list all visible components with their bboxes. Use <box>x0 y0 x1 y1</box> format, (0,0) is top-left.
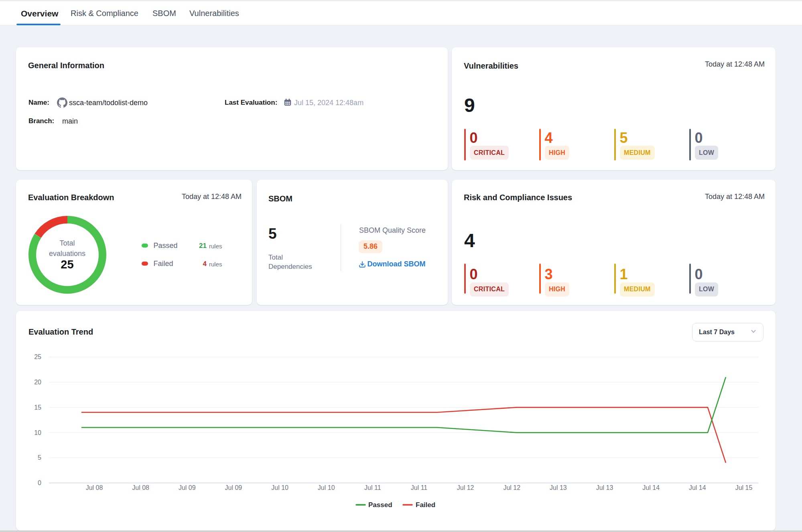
svg-text:Jul 12: Jul 12 <box>503 484 520 491</box>
svg-text:Jul 09: Jul 09 <box>225 484 242 491</box>
svg-text:Jul 11: Jul 11 <box>364 484 381 491</box>
svg-text:Jul 12: Jul 12 <box>457 484 474 491</box>
svg-text:5: 5 <box>38 454 41 461</box>
svg-text:Passed: Passed <box>368 501 392 509</box>
svg-text:25: 25 <box>34 353 41 360</box>
svg-text:20: 20 <box>34 379 41 386</box>
svg-text:Failed: Failed <box>416 501 435 509</box>
svg-text:Jul 09: Jul 09 <box>179 484 196 491</box>
svg-text:Jul 15: Jul 15 <box>735 484 753 491</box>
svg-text:Jul 10: Jul 10 <box>271 484 288 491</box>
svg-text:Jul 13: Jul 13 <box>550 484 567 491</box>
svg-text:Jul 11: Jul 11 <box>411 484 428 491</box>
svg-text:Jul 10: Jul 10 <box>318 484 335 491</box>
svg-text:0: 0 <box>38 479 41 486</box>
svg-text:Jul 08: Jul 08 <box>86 484 103 491</box>
svg-text:15: 15 <box>34 404 41 411</box>
svg-text:Jul 13: Jul 13 <box>596 484 613 491</box>
svg-text:Jul 14: Jul 14 <box>642 484 660 491</box>
svg-text:Jul 08: Jul 08 <box>132 484 149 491</box>
svg-text:10: 10 <box>34 429 41 436</box>
svg-text:Jul 14: Jul 14 <box>689 484 706 491</box>
